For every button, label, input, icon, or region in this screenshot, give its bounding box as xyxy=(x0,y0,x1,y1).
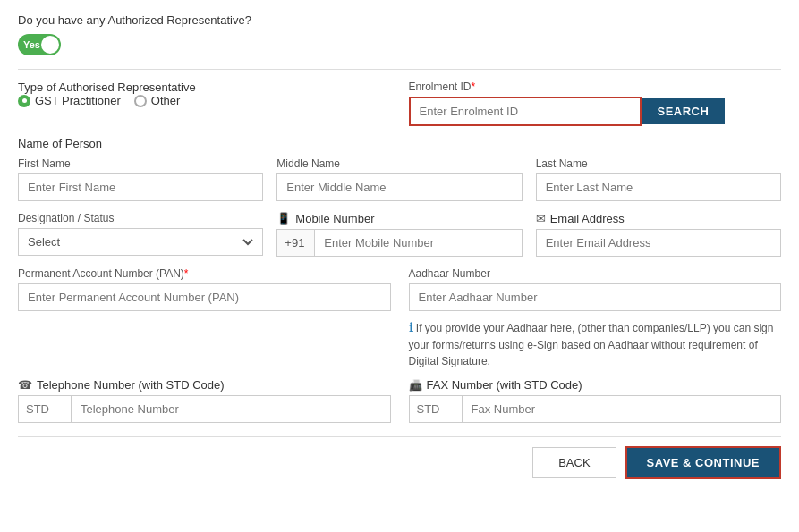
email-col: ✉ Email Address xyxy=(536,212,781,257)
email-label: Email Address xyxy=(550,212,625,225)
radio-other[interactable]: Other xyxy=(134,94,181,107)
pan-col: Permanent Account Number (PAN)* xyxy=(18,267,391,369)
middle-name-col: Middle Name xyxy=(276,157,522,201)
authorized-rep-question: Do you have any Authorized Representativ… xyxy=(18,13,781,27)
pan-input[interactable] xyxy=(18,283,391,311)
aadhaar-info: ℹ If you provide your Aadhaar here, (oth… xyxy=(409,318,782,369)
last-name-col: Last Name xyxy=(536,157,781,201)
tel-label-row: ☎ Telephone Number (with STD Code) xyxy=(18,378,391,392)
tel-std-input[interactable] xyxy=(18,395,72,423)
first-name-input[interactable] xyxy=(18,173,263,201)
toggle-row: Yes xyxy=(18,34,781,55)
type-section: Type of Authorised Representative GST Pr… xyxy=(18,80,391,126)
fax-col: 📠 FAX Number (with STD Code) xyxy=(409,378,782,423)
save-continue-button[interactable]: SAVE & CONTINUE xyxy=(625,446,781,479)
mobile-input[interactable] xyxy=(314,229,522,257)
fax-label-row: 📠 FAX Number (with STD Code) xyxy=(409,378,782,392)
middle-name-input[interactable] xyxy=(276,173,522,201)
type-options: GST Practitioner Other xyxy=(18,94,391,107)
mobile-icon: 📱 xyxy=(276,212,291,225)
other-radio-dot xyxy=(134,95,147,107)
enrolment-input[interactable] xyxy=(409,97,642,126)
pan-aadhaar-row: Permanent Account Number (PAN)* Aadhaar … xyxy=(18,267,781,369)
yes-toggle[interactable]: Yes xyxy=(18,34,61,55)
mobile-label: Mobile Number xyxy=(295,212,374,225)
enrolment-row: SEARCH xyxy=(409,97,782,126)
fax-label: FAX Number (with STD Code) xyxy=(427,378,582,392)
gst-radio-inner xyxy=(22,98,27,103)
first-name-col: First Name xyxy=(18,157,263,201)
mobile-input-row: +91 xyxy=(276,229,522,257)
first-name-label: First Name xyxy=(18,157,263,170)
telephone-col: ☎ Telephone Number (with STD Code) xyxy=(18,378,391,423)
last-name-label: Last Name xyxy=(536,157,781,170)
telephone-label: Telephone Number (with STD Code) xyxy=(37,378,225,392)
type-enrolment-row: Type of Authorised Representative GST Pr… xyxy=(18,80,781,126)
middle-name-label: Middle Name xyxy=(276,157,522,170)
designation-mobile-email-row: Designation / Status Select Director Par… xyxy=(18,212,781,257)
aadhaar-input[interactable] xyxy=(409,283,782,311)
designation-select[interactable]: Select Director Partner Proprietor Manag… xyxy=(18,228,263,256)
fax-icon: 📠 xyxy=(409,379,422,392)
std-tel-inputs xyxy=(18,395,391,423)
pan-label: Permanent Account Number (PAN)* xyxy=(18,267,391,280)
enrolment-section: Enrolment ID* SEARCH xyxy=(409,80,782,126)
toggle-circle xyxy=(41,36,59,54)
tel-fax-row: ☎ Telephone Number (with STD Code) 📠 FAX… xyxy=(18,378,781,423)
back-button[interactable]: BACK xyxy=(532,447,616,478)
mobile-col: 📱 Mobile Number +91 xyxy=(276,212,522,257)
page-container: Do you have any Authorized Representativ… xyxy=(0,0,799,532)
email-input[interactable] xyxy=(536,229,781,257)
radio-gst[interactable]: GST Practitioner xyxy=(18,94,121,107)
other-label: Other xyxy=(151,94,181,107)
fax-std-input[interactable] xyxy=(409,395,463,423)
fax-input[interactable] xyxy=(463,395,782,423)
name-section-title: Name of Person xyxy=(18,137,781,150)
email-icon: ✉ xyxy=(536,212,546,225)
gst-radio-dot xyxy=(18,95,30,107)
last-name-input[interactable] xyxy=(536,173,781,201)
divider xyxy=(18,69,781,70)
search-button[interactable]: SEARCH xyxy=(642,98,726,124)
name-row: First Name Middle Name Last Name xyxy=(18,157,781,201)
email-label-row: ✉ Email Address xyxy=(536,212,781,225)
country-code: +91 xyxy=(276,229,314,257)
mobile-label-row: 📱 Mobile Number xyxy=(276,212,522,225)
aadhaar-col: Aadhaar Number ℹ If you provide your Aad… xyxy=(409,267,782,369)
info-icon: ℹ xyxy=(409,320,413,334)
toggle-label: Yes xyxy=(23,39,40,50)
bottom-bar: BACK SAVE & CONTINUE xyxy=(18,436,781,479)
std-fax-inputs xyxy=(409,395,782,423)
pan-required: * xyxy=(184,267,189,280)
enrolment-required: * xyxy=(472,80,476,93)
telephone-icon: ☎ xyxy=(18,378,32,392)
enrolment-label: Enrolment ID* xyxy=(409,80,782,93)
type-label: Type of Authorised Representative xyxy=(18,80,387,94)
telephone-input[interactable] xyxy=(72,395,391,423)
designation-col: Designation / Status Select Director Par… xyxy=(18,212,263,257)
designation-label: Designation / Status xyxy=(18,212,263,224)
gst-label: GST Practitioner xyxy=(35,94,121,107)
aadhaar-label: Aadhaar Number xyxy=(409,267,782,280)
